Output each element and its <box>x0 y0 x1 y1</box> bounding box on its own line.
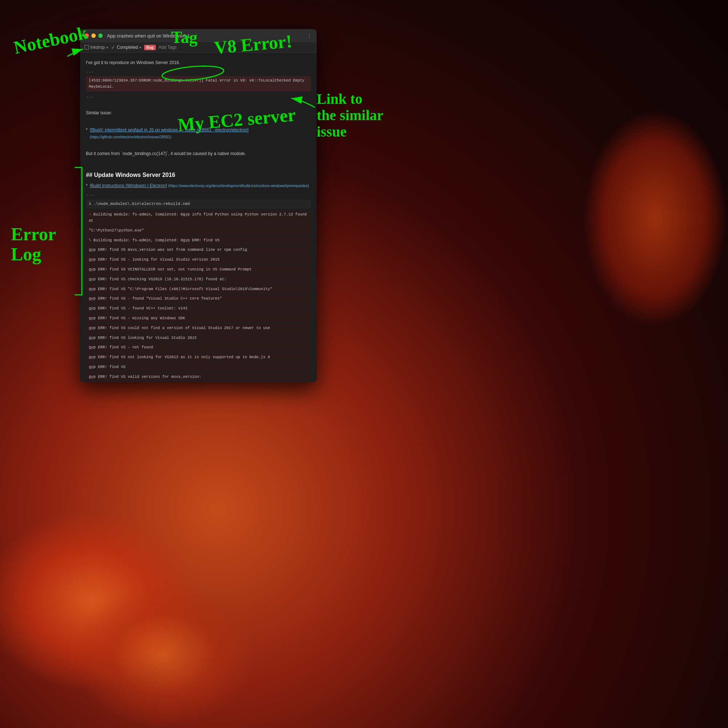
content-area[interactable]: I've got it to reproduce on Windows Serv… <box>80 53 317 382</box>
update-heading: ## Update Windows Server 2016 <box>86 170 311 180</box>
log-line: gyp ERR! find VS <box>86 362 311 372</box>
notebook-label: Inkdrop <box>90 45 105 50</box>
toolbar: Inkdrop ▾ ✓ Completed ▾ Bug Add Tags <box>80 42 317 53</box>
log-line: gyp ERR! find VS VCINSTALLDIR not set, n… <box>86 265 311 274</box>
minimize-button[interactable] <box>91 34 96 38</box>
log-line: gyp ERR! find VS valid versions for msvs… <box>86 372 311 381</box>
close-button[interactable] <box>84 34 89 38</box>
traffic-lights <box>84 34 102 38</box>
code-ellipsis-3: ... <box>86 191 311 198</box>
build-instructions-url: (https://www.electronjs.org/docs/develop… <box>168 184 309 188</box>
notebook-checkbox <box>84 45 89 49</box>
title-bar: App crashes when quit on Windows 8.1 ⋮ <box>80 29 317 42</box>
status-label: Completed <box>117 45 138 50</box>
status-button[interactable]: ✓ Completed ▾ <box>111 44 141 50</box>
log-line: gyp ERR! find VS - looking for Visual St… <box>86 255 311 264</box>
log-line: gyp ERR! find VS looking for Visual Stud… <box>86 333 311 343</box>
similar-issue-link[interactable]: [[Bug\]: intermittent segfault in JS on … <box>90 127 249 133</box>
log-line: gyp ERR! find VS - found "Visual Studio … <box>86 294 311 303</box>
status-caret-icon: ▾ <box>139 46 141 49</box>
log-line: gyp ERR! find VS msvs_version was set fr… <box>86 245 311 254</box>
native-module-text: But it comes from `node_bindings.cc(147)… <box>86 150 311 157</box>
log-line: gyp ERR! find VS "C:\Program Files (x86)… <box>86 284 311 294</box>
bug-tag-badge[interactable]: Bug <box>144 45 155 50</box>
app-window: App crashes when quit on Windows 8.1 ⋮ I… <box>80 29 317 382</box>
log-line: gyp ERR! find VS - not found <box>86 343 311 352</box>
intro-text: I've got it to reproduce on Windows Serv… <box>86 59 311 66</box>
similar-issue-label: Similar issue: <box>86 110 311 116</box>
status-check-icon: ✓ <box>111 44 115 50</box>
log-line: gyp ERR! find VS not looking for VS2013 … <box>86 353 311 362</box>
build-instructions-link-item: * [Build Instructions (Windows) | Electr… <box>86 182 311 189</box>
log-line: "C:\Python27\python.exe" <box>86 226 311 235</box>
log-line: gyp ERR! find VS - found VC++ toolset: v… <box>86 304 311 313</box>
add-tags-button[interactable]: Add Tags <box>159 45 177 50</box>
code-ellipsis-1: ... <box>86 68 311 75</box>
log-lines-container: - Building module: fs-admin, Completed: … <box>86 210 311 382</box>
window-title: App crashes when quit on Windows 8.1 <box>107 33 306 38</box>
similar-issue-link-item: * [[Bug\]: intermittent segfault in JS o… <box>86 127 311 141</box>
notebook-caret-icon: ▾ <box>106 46 108 49</box>
maximize-button[interactable] <box>98 34 102 38</box>
log-line: - Building module: fs-admin, Completed: … <box>86 210 311 225</box>
log-line: \ Building module: fs-admin, Completed: … <box>86 236 311 245</box>
log-line: gyp ERR! find VS could not find a versio… <box>86 324 311 333</box>
similar-issue-url: (https://github.com/electron/electron/is… <box>90 135 171 139</box>
v8-error-line: [4532:0806/123834.357:ERROR:node_binding… <box>86 76 311 91</box>
log-line: gyp ERR! find VS checking VS2019 (16.10.… <box>86 275 311 284</box>
build-instructions-link[interactable]: [Build Instructions (Windows) | Electron… <box>90 183 167 188</box>
rebuild-cmd: λ .\node_modules\.bin\electron-rebuild.c… <box>86 199 311 209</box>
notebook-button[interactable]: Inkdrop ▾ <box>84 45 108 50</box>
log-line: gyp ERR! find VS - missing any Windows S… <box>86 314 311 323</box>
window-menu-icon[interactable]: ⋮ <box>306 32 312 39</box>
code-ellipsis-2: ... <box>86 93 311 100</box>
